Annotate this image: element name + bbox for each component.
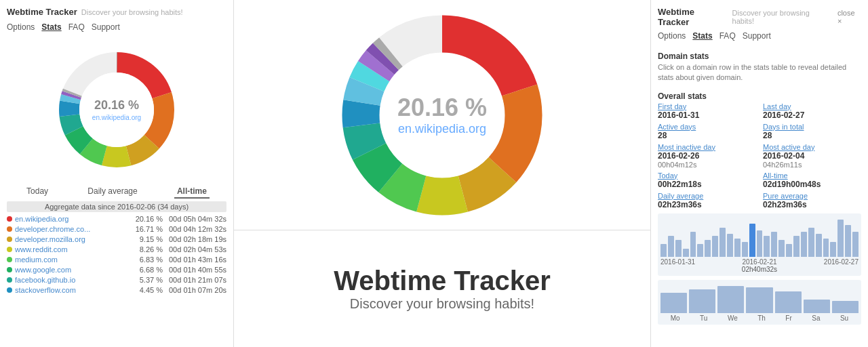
nav-options[interactable]: Options: [7, 21, 35, 33]
domain-row[interactable]: developer.mozilla.org 9.15 % 00d 02h 18m…: [7, 235, 226, 243]
domain-row[interactable]: stackoverflow.com 4.45 % 00d 01h 07m 20s: [7, 286, 226, 294]
domain-name: www.reddit.com: [15, 245, 127, 253]
active-days-value: 28: [658, 131, 756, 140]
domain-time: 00d 01h 07m 20s: [165, 286, 226, 294]
daily-bar: [845, 225, 851, 256]
daily-bar: [742, 242, 748, 257]
daily-bar: [771, 232, 777, 257]
today-value: 00h22m18s: [658, 180, 756, 189]
daily-bar: [705, 240, 711, 256]
most-active-sub: 04h26m11s: [763, 161, 861, 169]
nav-stats[interactable]: Stats: [41, 21, 61, 33]
first-day-value: 2016-01-31: [658, 110, 756, 120]
right-nav-stats[interactable]: Stats: [692, 30, 712, 42]
domain-row[interactable]: developer.chrome.co... 16.71 % 00d 04h 1…: [7, 225, 226, 233]
domain-pct: 6.68 %: [130, 266, 163, 274]
most-inactive-sub: 00h04m12s: [658, 161, 756, 169]
most-active-label[interactable]: Most active day: [763, 143, 861, 151]
last-day-value: 2016-02-27: [763, 110, 861, 120]
stat-daily-avg: Daily average 02h23m36s: [658, 192, 756, 209]
domain-pct: 4.45 %: [130, 286, 163, 294]
domain-time: 00d 04h 12m 32s: [165, 225, 226, 233]
daily-bar: [778, 240, 785, 256]
daily-bar: [823, 239, 829, 257]
active-days-label[interactable]: Active days: [658, 123, 756, 131]
week-bar: [804, 300, 830, 313]
alltime-value: 02d19h00m48s: [763, 180, 861, 189]
nav-support[interactable]: Support: [92, 21, 120, 33]
daily-avg-label[interactable]: Daily average: [658, 192, 756, 200]
domain-name: developer.chrome.co...: [15, 225, 127, 233]
right-app-subtitle: Discover your browsing habits!: [732, 9, 833, 25]
domain-time: 00d 02h 18m 19s: [165, 235, 226, 243]
right-nav-faq[interactable]: FAQ: [719, 30, 736, 42]
daily-chart-labels: 2016-01-31 2016-02-21 2016-02-27: [660, 258, 859, 266]
domain-row[interactable]: www.google.com 6.68 % 00d 01h 40m 55s: [7, 266, 226, 274]
week-bar: [775, 291, 802, 313]
tab-today[interactable]: Today: [24, 185, 51, 199]
daily-bar: [830, 242, 836, 257]
week-label: Sa: [812, 314, 820, 322]
domain-time: 00d 02h 04m 53s: [165, 245, 226, 253]
week-label: Tu: [700, 314, 707, 322]
daily-bar: [852, 232, 859, 257]
days-total-label[interactable]: Days in total: [763, 123, 861, 131]
daily-bar: [837, 220, 844, 257]
tab-daily-avg[interactable]: Daily average: [85, 185, 140, 199]
weekly-chart: MoTuWeThFrSaSu: [658, 280, 861, 325]
left-app-subtitle: Discover your browsing habits!: [81, 8, 183, 16]
daily-bar: [727, 234, 733, 257]
domain-row[interactable]: www.reddit.com 8.26 % 00d 02h 04m 53s: [7, 245, 226, 253]
daily-bar: [690, 232, 696, 257]
center-panel: 20.16 % en.wikipedia.org Webtime Tracker…: [234, 0, 651, 347]
pure-avg-label[interactable]: Pure average: [763, 192, 861, 200]
domain-row[interactable]: en.wikipedia.org 20.16 % 00d 05h 04m 32s: [7, 215, 226, 223]
days-total-value: 28: [763, 131, 861, 140]
week-bar: [832, 301, 859, 313]
domain-time: 00d 05h 04m 32s: [165, 215, 226, 223]
daily-label-start: 2016-01-31: [660, 258, 695, 266]
domain-name: stackoverflow.com: [15, 286, 127, 294]
daily-label-end: 2016-02-27: [824, 258, 859, 266]
right-panel: Webtime Tracker Discover your browsing h…: [651, 0, 868, 347]
daily-bar: [793, 236, 800, 257]
promo-subtitle: Discover your browsing habits!: [350, 296, 534, 312]
left-donut-container: 20.16 % en.wikipedia.org: [7, 42, 226, 178]
right-nav-support[interactable]: Support: [743, 30, 771, 42]
daily-bar: [668, 236, 674, 257]
daily-bar: [683, 249, 689, 257]
last-day-label[interactable]: Last day: [763, 102, 861, 110]
stats-grid: First day 2016-01-31 Last day 2016-02-27…: [658, 102, 861, 209]
right-nav-options[interactable]: Options: [658, 30, 686, 42]
domain-time: 00d 01h 43m 16s: [165, 256, 226, 264]
domain-row[interactable]: facebook.github.io 5.37 % 00d 01h 21m 07…: [7, 276, 226, 284]
daily-bar: [808, 228, 814, 257]
daily-bar: [786, 244, 792, 256]
domain-dot: [7, 277, 12, 283]
today-label[interactable]: Today: [658, 171, 756, 180]
alltime-label[interactable]: All-time: [763, 171, 861, 180]
domain-dot: [7, 257, 12, 262]
right-app-title: Webtime Tracker: [658, 7, 728, 27]
domain-name: facebook.github.io: [15, 276, 127, 284]
daily-chart-bars: [660, 216, 859, 257]
most-inactive-label[interactable]: Most inactive day: [658, 143, 756, 151]
domain-stats-title: Domain stats: [658, 52, 861, 61]
nav-faq[interactable]: FAQ: [68, 21, 85, 33]
close-button[interactable]: close ×: [837, 9, 861, 25]
svg-point-12: [79, 73, 154, 147]
week-bar: [717, 286, 744, 313]
week-bar: [746, 287, 772, 313]
domain-row[interactable]: medium.com 6.83 % 00d 01h 43m 16s: [7, 256, 226, 264]
daily-bar: [660, 244, 667, 256]
daily-label-mid: 2016-02-21: [742, 258, 776, 266]
left-tabs: Today Daily average All-time: [7, 185, 226, 199]
domain-stats-desc: Click on a domain row in the stats table…: [658, 62, 861, 83]
stat-today: Today 00h22m18s: [658, 171, 756, 189]
pure-avg-value: 02h23m36s: [763, 200, 861, 209]
left-app-title: Webtime Tracker: [7, 7, 77, 17]
tab-alltime[interactable]: All-time: [174, 185, 210, 199]
first-day-label[interactable]: First day: [658, 102, 756, 110]
domain-dot: [7, 267, 12, 272]
domain-pct: 5.37 %: [130, 276, 163, 284]
